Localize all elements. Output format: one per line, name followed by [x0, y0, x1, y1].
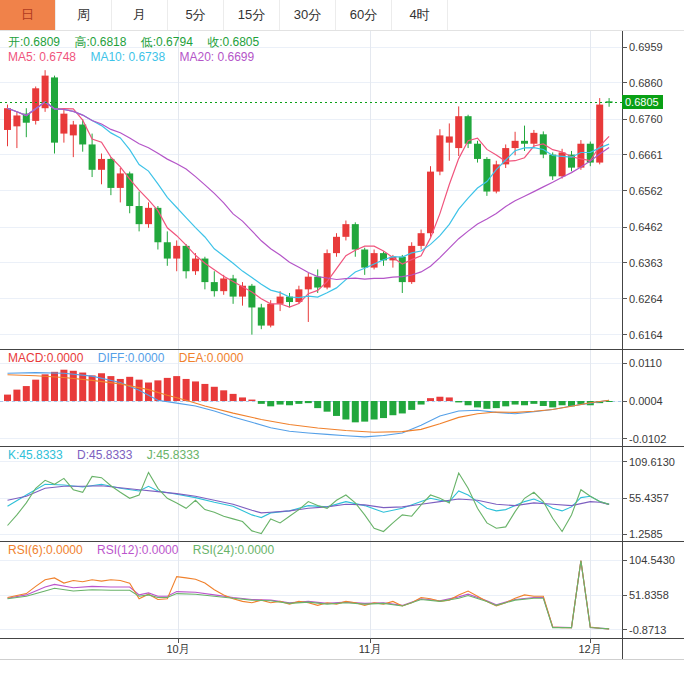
price-axis-label: 0.6363	[629, 257, 663, 269]
price-axis-label: 0.6860	[629, 77, 663, 89]
low-value: 低:0.6794	[141, 35, 193, 49]
price-axis-label: 0.6462	[629, 221, 663, 233]
rsi-axis-label: 104.5430	[629, 554, 675, 566]
tab-4hour[interactable]: 4时	[392, 0, 448, 30]
chart-area[interactable]: 开:0.6809 高:0.6818 低:0.6794 收:0.6805 MA5:…	[0, 31, 684, 673]
price-axis-label: 0.6164	[629, 329, 663, 341]
rsi6-value: RSI(6):0.0000	[8, 543, 83, 557]
price-axis-label: 0.6959	[629, 41, 663, 53]
d-value: D:45.8333	[77, 448, 132, 462]
kdj-axis-label: 55.4357	[629, 492, 669, 504]
tab-15min[interactable]: 15分	[224, 0, 280, 30]
open-value: 开:0.6809	[8, 35, 60, 49]
k-value: K:45.8333	[8, 448, 63, 462]
diff-value: DIFF:0.0000	[98, 351, 165, 365]
rsi-axis-label: -0.8713	[629, 624, 666, 636]
ma-readout: MA5: 0.6748 MA10: 0.6738 MA20: 0.6699	[8, 50, 265, 64]
tab-30min[interactable]: 30分	[280, 0, 336, 30]
tab-month[interactable]: 月	[112, 0, 168, 30]
close-value: 收:0.6805	[207, 35, 259, 49]
ma20-value: MA20: 0.6699	[179, 50, 254, 64]
tab-week[interactable]: 周	[56, 0, 112, 30]
tab-60min[interactable]: 60分	[336, 0, 392, 30]
rsi-readout: RSI(6):0.0000 RSI(12):0.0000 RSI(24):0.0…	[8, 543, 285, 557]
current-price-badge: 0.6805	[622, 95, 663, 109]
ohlc-readout: 开:0.6809 高:0.6818 低:0.6794 收:0.6805	[8, 34, 270, 51]
kdj-readout: K:45.8333 D:45.8333 J:45.8333	[8, 448, 211, 462]
j-value: J:45.8333	[147, 448, 200, 462]
price-axis-label: 0.6562	[629, 185, 663, 197]
month-label: 11月	[348, 642, 392, 657]
rsi-axis-label: 51.8358	[629, 589, 669, 601]
ma5-value: MA5: 0.6748	[8, 50, 76, 64]
month-label: 12月	[568, 642, 612, 657]
kdj-axis-label: 109.6130	[629, 456, 675, 468]
macd-axis-label: -0.0102	[629, 433, 666, 445]
macd-axis-label: 0.0004	[629, 395, 663, 407]
month-label: 10月	[156, 642, 200, 657]
macd-readout: MACD:0.0000 DIFF:0.0000 DEA:0.0000	[8, 351, 254, 365]
tab-5min[interactable]: 5分	[168, 0, 224, 30]
price-axis-label: 0.6264	[629, 293, 663, 305]
price-axis-label: 0.6760	[629, 113, 663, 125]
high-value: 高:0.6818	[74, 35, 126, 49]
dea-value: DEA:0.0000	[179, 351, 244, 365]
rsi24-value: RSI(24):0.0000	[193, 543, 274, 557]
price-axis-label: 0.6661	[629, 149, 663, 161]
ma10-value: MA10: 0.6738	[90, 50, 165, 64]
macd-axis-label: 0.0110	[629, 357, 662, 369]
rsi12-value: RSI(12):0.0000	[97, 543, 178, 557]
tab-day[interactable]: 日	[0, 0, 56, 30]
macd-value: MACD:0.0000	[8, 351, 83, 365]
trading-chart-app: 日 周 月 5分 15分 30分 60分 4时 开:0.6809 高:0.681…	[0, 0, 684, 673]
period-tabbar: 日 周 月 5分 15分 30分 60分 4时	[0, 0, 684, 31]
kdj-axis-label: 1.2585	[629, 528, 663, 540]
